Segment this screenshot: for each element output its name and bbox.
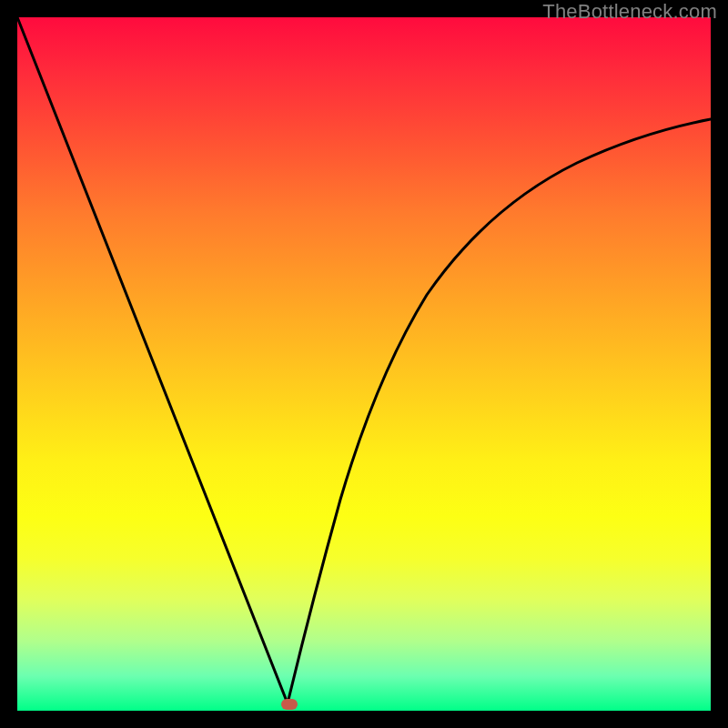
- watermark-text: TheBottleneck.com: [542, 0, 717, 24]
- chart-background: [17, 17, 711, 711]
- minimum-marker: [281, 699, 298, 710]
